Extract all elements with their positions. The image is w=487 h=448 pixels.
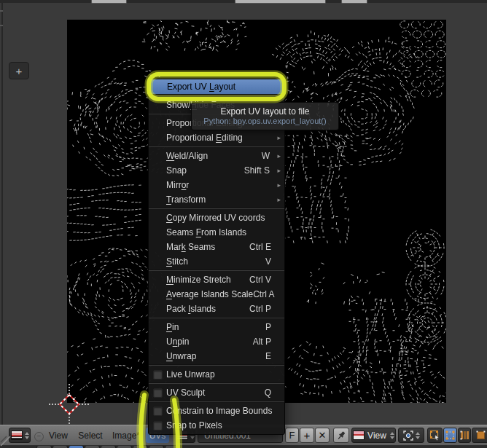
menu-separator xyxy=(149,317,284,318)
menu-item-label: Minimize Stretch xyxy=(166,275,231,285)
vertex-select-icon xyxy=(445,431,455,440)
menu-item-live-unwrap[interactable]: Live Unwrap xyxy=(149,367,284,382)
top-button-partial xyxy=(341,0,367,4)
menu-item-copy-mirrored-uv-coords[interactable]: Copy Mirrored UV coords xyxy=(149,211,284,225)
menu-item-label: Seams From Islands xyxy=(166,227,246,237)
submenu-arrow-icon: ▸ xyxy=(277,182,281,189)
menu-item-label: Mirror xyxy=(166,180,189,190)
top-button-partial xyxy=(91,0,127,4)
menu-item-transform[interactable]: Transform▸ xyxy=(149,192,284,207)
face-select-button[interactable] xyxy=(472,428,487,443)
spinner-arrows-icon xyxy=(25,432,29,439)
menu-item-label: Stitch xyxy=(166,256,188,267)
menu-item-shortcut: V xyxy=(265,256,271,267)
checkbox-icon[interactable] xyxy=(153,370,163,380)
unlink-image-button[interactable]: ✕ xyxy=(315,428,330,443)
menu-item-label: Proportional Editing xyxy=(166,133,243,143)
expand-panel-button[interactable]: + xyxy=(9,62,29,79)
edge-select-button[interactable] xyxy=(458,428,471,443)
menu-item-constrain-to-image-bounds[interactable]: Constrain to Image Bounds xyxy=(149,404,284,418)
menu-item-shortcut: Alt P xyxy=(253,337,271,347)
menu-item-shortcut: Q xyxy=(265,388,271,398)
menu-item-weld-align[interactable]: Weld/AlignW▸ xyxy=(149,149,284,163)
image-editor-icon xyxy=(11,431,23,440)
menu-item-stitch[interactable]: StitchV xyxy=(149,254,284,269)
pushpin-icon xyxy=(336,431,346,441)
spinner-arrows-icon xyxy=(416,432,420,439)
view-mode-dropdown[interactable]: View xyxy=(351,428,396,443)
image-thumbnail-icon xyxy=(353,431,365,440)
collapse-menus-icon[interactable]: − xyxy=(34,432,44,441)
menu-item-pin[interactable]: PinP xyxy=(149,320,284,334)
menu-item-minimize-stretch[interactable]: Minimize StretchCtrl V xyxy=(149,272,284,287)
menu-item-seams-from-islands[interactable]: Seams From Islands xyxy=(149,225,284,240)
tooltip-title: Export UV layout to file xyxy=(220,106,309,117)
menu-item-snap-to-pixels[interactable]: Snap to Pixels xyxy=(149,418,284,433)
checkbox-icon[interactable] xyxy=(153,388,163,398)
pivot-bullseye-icon xyxy=(403,431,413,441)
top-field-partial xyxy=(235,0,326,4)
left-tick xyxy=(0,10,3,12)
vertex-select-button[interactable] xyxy=(443,428,457,443)
menu-item-label: Snap to Pixels xyxy=(166,420,222,431)
menu-item-shortcut: Ctrl P xyxy=(249,304,271,314)
menu-item-shortcut: Ctrl E xyxy=(249,242,271,252)
menu-item-average-islands-scale[interactable]: Average Islands ScaleCtrl A xyxy=(149,287,284,302)
submenu-arrow-icon: ▸ xyxy=(277,168,281,174)
menu-item-shortcut: P xyxy=(265,322,271,332)
menu-view[interactable]: View xyxy=(47,428,70,443)
menu-item-label: Export UV Layout xyxy=(167,82,235,92)
menu-separator xyxy=(149,146,284,147)
edge-select-icon xyxy=(460,431,470,440)
sync-select-button[interactable] xyxy=(427,428,443,443)
menu-separator xyxy=(149,382,284,384)
submenu-arrow-icon: ▸ xyxy=(277,197,281,203)
resize-corner-icon[interactable] xyxy=(0,434,12,447)
menu-item-export-uv-layout[interactable]: Export UV Layout xyxy=(149,79,284,94)
tooltip: Export UV layout to file Python: bpy.ops… xyxy=(191,102,339,130)
face-select-icon xyxy=(476,431,486,440)
pin-button[interactable] xyxy=(333,428,349,443)
menu-item-label: Mark Seams xyxy=(166,242,215,252)
menu-separator xyxy=(149,95,284,96)
pivot-dropdown[interactable] xyxy=(398,428,424,443)
menu-item-label: Snap xyxy=(166,165,187,176)
menu-image[interactable]: Image* xyxy=(111,428,141,443)
submenu-arrow-icon: ▸ xyxy=(277,153,281,160)
menu-item-unwrap[interactable]: UnwrapE xyxy=(149,349,284,363)
menu-item-mirror[interactable]: Mirror▸ xyxy=(149,178,284,192)
new-image-button[interactable]: + xyxy=(300,428,314,443)
spinner-arrows-icon xyxy=(390,432,394,439)
menu-item-label: Live Unwrap xyxy=(166,369,215,380)
view-mode-label: View xyxy=(367,431,386,441)
menu-separator xyxy=(149,270,284,271)
menu-item-label: Unpin xyxy=(166,337,189,347)
menu-item-label: Copy Mirrored UV coords xyxy=(166,213,265,223)
tooltip-python: Python: bpy.ops.uv.export_layout() xyxy=(203,117,326,126)
menu-item-snap[interactable]: SnapShift S▸ xyxy=(149,163,284,178)
checkbox-icon[interactable] xyxy=(153,406,163,416)
menu-item-shortcut: Ctrl A xyxy=(253,289,274,299)
left-tick xyxy=(0,25,3,26)
menu-item-label: Weld/Align xyxy=(166,151,208,161)
editor-type-selector[interactable] xyxy=(9,428,31,443)
menu-item-label: Average Islands Scale xyxy=(166,289,253,299)
menu-separator xyxy=(149,208,284,209)
menu-item-uv-sculpt[interactable]: UV SculptQ xyxy=(149,385,284,400)
menu-item-mark-seams[interactable]: Mark SeamsCtrl E xyxy=(149,240,284,254)
menu-item-pack-islands[interactable]: Pack IslandsCtrl P xyxy=(149,302,284,316)
menu-item-label: Constrain to Image Bounds xyxy=(166,406,272,416)
menu-item-label: Pin xyxy=(166,322,179,332)
submenu-arrow-icon: ▸ xyxy=(277,135,281,141)
menu-item-label: Transform xyxy=(166,194,206,205)
checkbox-icon[interactable] xyxy=(153,421,163,431)
fake-user-button[interactable]: F xyxy=(285,428,299,443)
menu-item-shortcut: W xyxy=(262,151,270,161)
top-header-sliver xyxy=(0,0,487,3)
menu-item-unpin[interactable]: UnpinAlt P xyxy=(149,334,284,349)
editor-left-border xyxy=(1,3,3,425)
menu-item-proportional-editing[interactable]: Proportional Editing▸ xyxy=(149,130,284,145)
menu-select[interactable]: Select xyxy=(76,428,105,443)
menu-item-label: Pack Islands xyxy=(166,304,216,314)
sync-select-icon xyxy=(429,430,440,441)
